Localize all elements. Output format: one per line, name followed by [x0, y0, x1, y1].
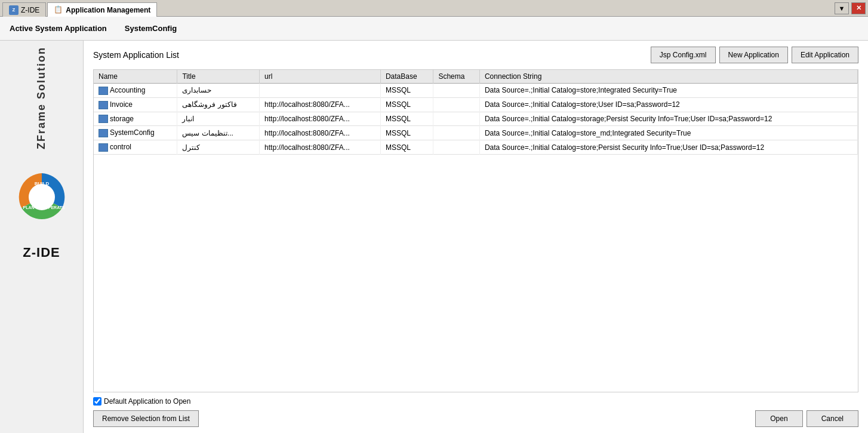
cell-connection: Data Source=.;Initial Catalog=store_md;I…	[479, 126, 857, 140]
main-layout: ZFrame Solution BUILD PLAN OPERATE Z-IDE	[0, 41, 868, 433]
cell-name: Invoice	[94, 97, 177, 112]
cell-database: MSSQL	[380, 126, 433, 140]
footer-right-buttons: Open Cancel	[755, 410, 858, 427]
cell-url	[260, 84, 381, 98]
svg-text:PLAN: PLAN	[23, 205, 34, 210]
cell-database: MSSQL	[380, 140, 433, 155]
cell-database: MSSQL	[380, 97, 433, 112]
sidebar: ZFrame Solution BUILD PLAN OPERATE Z-IDE	[0, 41, 84, 433]
cell-url: http://localhost:8080/ZFA...	[260, 126, 381, 140]
cell-title: حسابداری	[177, 84, 260, 98]
footer-bottom-row: Remove Selection from List Open Cancel	[93, 410, 858, 427]
cell-title: کنترل	[177, 140, 260, 155]
edit-application-button[interactable]: Edit Application	[792, 47, 858, 63]
cell-connection: Data Source=.;Initial Catalog=store;Pers…	[479, 140, 857, 155]
cell-url: http://localhost:8080/ZFA...	[260, 112, 381, 126]
sidebar-brand-title: ZFrame Solution	[35, 47, 48, 149]
col-connection: Connection String	[479, 70, 857, 84]
cell-schema	[433, 126, 480, 140]
cell-connection: Data Source=.;Initial Catalog=store;User…	[479, 97, 857, 112]
cell-schema	[433, 97, 480, 112]
cell-url: http://localhost:8080/ZFA...	[260, 140, 381, 155]
default-app-checkbox-label[interactable]: Default Application to Open	[93, 397, 190, 406]
col-database: DataBase	[380, 70, 433, 84]
table-row[interactable]: Invoiceفاکتور فروشگاهیhttp://localhost:8…	[94, 97, 858, 112]
title-bar-controls: ▼ ✕	[835, 2, 866, 14]
col-name: Name	[94, 70, 177, 84]
application-table-container: Name Title url DataBase Schema Connectio…	[93, 69, 858, 392]
table-row[interactable]: controlکنترلhttp://localhost:8080/ZFA...…	[94, 140, 858, 155]
jsp-config-button[interactable]: Jsp Config.xml	[651, 47, 716, 63]
cell-name: Accounting	[94, 84, 177, 98]
cell-connection: Data Source=.;Initial Catalog=storage;Pe…	[479, 112, 857, 126]
zide-icon: Z	[9, 5, 19, 15]
cell-url: http://localhost:8080/ZFA...	[260, 97, 381, 112]
table-body: AccountingحسابداریMSSQLData Source=.;Ini…	[94, 84, 858, 155]
cancel-button[interactable]: Cancel	[807, 410, 858, 427]
system-config-label: SystemConfig	[125, 24, 177, 33]
tabs-area: Z Z-IDE 📋 Application Management	[2, 0, 158, 16]
app-header: Active System Application SystemConfig	[0, 17, 868, 41]
app-mgmt-icon: 📋	[54, 5, 63, 15]
application-table: Name Title url DataBase Schema Connectio…	[94, 70, 858, 155]
sidebar-bottom-label: Z-IDE	[23, 245, 60, 260]
table-row[interactable]: AccountingحسابداریMSSQLData Source=.;Ini…	[94, 84, 858, 98]
col-schema: Schema	[433, 70, 480, 84]
title-bar: Z Z-IDE 📋 Application Management ▼ ✕	[0, 0, 868, 17]
cell-name: SystemConfig	[94, 126, 177, 140]
tab-app-management-label: Application Management	[66, 6, 150, 14]
tab-zide-label: Z-IDE	[21, 6, 39, 14]
header-buttons: Jsp Config.xml New Application Edit Appl…	[651, 47, 858, 63]
remove-selection-button[interactable]: Remove Selection from List	[93, 410, 199, 427]
tab-app-management[interactable]: 📋 Application Management	[47, 2, 157, 17]
minimize-button[interactable]: ▼	[835, 2, 849, 14]
footer-top-row: Default Application to Open	[93, 397, 858, 406]
cell-database: MSSQL	[380, 84, 433, 98]
table-header-row: Name Title url DataBase Schema Connectio…	[94, 70, 858, 84]
col-title: Title	[177, 70, 260, 84]
cell-title: انبار	[177, 112, 260, 126]
cell-connection: Data Source=.;Initial Catalog=store;Inte…	[479, 84, 857, 98]
sidebar-logo: BUILD PLAN OPERATE	[12, 167, 72, 227]
content-header: System Application List Jsp Config.xml N…	[93, 47, 858, 63]
col-url: url	[260, 70, 381, 84]
open-button[interactable]: Open	[755, 410, 802, 427]
active-system-label: Active System Application	[10, 24, 107, 33]
svg-text:BUILD: BUILD	[34, 181, 49, 186]
cell-name: storage	[94, 112, 177, 126]
list-title: System Application List	[93, 50, 179, 60]
table-row[interactable]: storageانبارhttp://localhost:8080/ZFA...…	[94, 112, 858, 126]
close-button[interactable]: ✕	[851, 2, 866, 14]
cell-title: تنظیمات سیس...	[177, 126, 260, 140]
default-app-label: Default Application to Open	[104, 397, 190, 406]
footer-area: Default Application to Open Remove Selec…	[93, 397, 858, 427]
svg-text:OPERATE: OPERATE	[45, 205, 65, 210]
cell-database: MSSQL	[380, 112, 433, 126]
cell-title: فاکتور فروشگاهی	[177, 97, 260, 112]
content-area: System Application List Jsp Config.xml N…	[84, 41, 868, 433]
new-application-button[interactable]: New Application	[719, 47, 788, 63]
cell-name: control	[94, 140, 177, 155]
table-row[interactable]: SystemConfigتنظیمات سیس...http://localho…	[94, 126, 858, 140]
tab-zide[interactable]: Z Z-IDE	[2, 2, 46, 17]
cell-schema	[433, 112, 480, 126]
default-app-checkbox[interactable]	[93, 397, 101, 406]
cell-schema	[433, 140, 480, 155]
cell-schema	[433, 84, 480, 98]
